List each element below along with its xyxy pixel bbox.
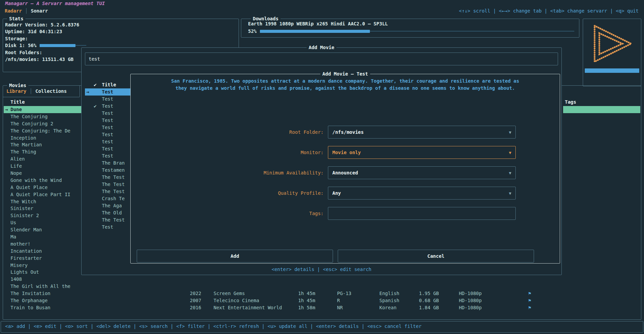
movie-language: Spanish (379, 297, 399, 304)
movie-year: 2022 (190, 290, 201, 297)
movie-row[interactable]: Alien (4, 155, 82, 163)
selection-arrow-icon (4, 120, 10, 127)
tab-library[interactable]: Library (6, 88, 26, 94)
monitor-dropdown[interactable]: Movie only ▼ (328, 146, 516, 159)
chevron-down-icon: ▼ (509, 187, 511, 200)
selection-arrow-icon (4, 198, 10, 205)
download-progress-row: 52% (248, 28, 574, 34)
tab-collections[interactable]: Collections (35, 88, 67, 94)
result-title: Test (102, 88, 113, 96)
movie-title: Inception (10, 134, 36, 142)
check-icon (94, 117, 102, 124)
selection-arrow-icon (4, 113, 10, 120)
movie-title: The Girl with All the (10, 283, 70, 290)
movie-row[interactable]: mother! (4, 241, 82, 248)
movie-row[interactable]: Slender Man (4, 226, 82, 233)
selected-row-tags-cell[interactable] (563, 106, 640, 113)
movie-row[interactable]: Lights Out (4, 269, 82, 276)
add-movie-modal: Add Movie – Test San Francisco, 1985. Tw… (130, 74, 560, 264)
movie-row[interactable]: The Thing (4, 148, 82, 155)
cancel-button[interactable]: Cancel (338, 250, 534, 263)
movie-row[interactable]: Life (4, 163, 82, 170)
tab-sonarr[interactable]: Sonarr (31, 8, 48, 14)
check-icon (94, 138, 102, 145)
radarr-logo-icon (590, 23, 635, 64)
movie-row[interactable]: Inception (4, 134, 82, 142)
movie-title: A Quiet Place Part II (10, 191, 70, 198)
result-title: Test (102, 124, 113, 131)
check-icon (94, 181, 102, 188)
monitored-flag-icon: ⚑ (528, 290, 531, 297)
movie-row[interactable]: Ma (4, 233, 82, 241)
tags-input[interactable] (328, 207, 516, 220)
movie-title: Incantation (10, 248, 42, 255)
movie-row[interactable]: A Quiet Place (4, 184, 82, 191)
add-button[interactable]: Add (137, 250, 333, 263)
tab-radarr[interactable]: Radarr (5, 8, 22, 14)
monitor-field: Monitor: Movie only ▼ (131, 146, 560, 159)
movie-row[interactable]: The Witch (4, 198, 82, 205)
check-icon (94, 202, 102, 209)
movie-row[interactable]: A Quiet Place Part II (4, 191, 82, 198)
check-icon: ✔ (94, 103, 102, 110)
tab-separator: │ (25, 8, 28, 14)
movie-year: 2007 (190, 297, 201, 304)
quality-profile-value: Any (332, 190, 341, 196)
selection-arrow-icon (4, 170, 10, 177)
movie-row[interactable]: Nope (4, 170, 82, 177)
selection-arrow-icon (4, 248, 10, 255)
movie-row[interactable]: The Conjuring (4, 113, 82, 120)
movie-title: The Thing (10, 148, 36, 155)
download-percent: 52% (248, 28, 257, 34)
selection-arrow-icon (85, 202, 94, 209)
movie-row[interactable]: Firestarter (4, 255, 82, 262)
selection-arrow-icon (4, 283, 10, 290)
movie-description-line: San Francisco, 1985. Two opposites attra… (137, 78, 553, 84)
result-title: Test (102, 96, 113, 103)
movie-size: 1.84 GB (419, 304, 439, 311)
movie-row[interactable]: Sinister 2 (4, 212, 82, 219)
monitored-flag-icon: ⚑ (528, 304, 531, 311)
movie-row[interactable]: Sinister (4, 205, 82, 212)
check-icon (94, 96, 102, 103)
movie-title: Life (10, 163, 22, 170)
movie-title: Firestarter (10, 255, 42, 262)
selection-arrow-icon (4, 191, 10, 198)
movie-title: The Conjuring 2 (10, 120, 53, 127)
selection-arrow-icon (85, 224, 94, 231)
movie-row[interactable]: Incantation (4, 248, 82, 255)
movie-row[interactable]: The Girl with All the (4, 283, 82, 290)
movie-row[interactable]: The Conjuring: The De (4, 127, 82, 134)
movie-search-input[interactable] (85, 53, 558, 65)
selection-arrow-icon (85, 131, 94, 138)
selection-arrow-icon (4, 184, 10, 191)
movie-detail-row[interactable]: 2016 Next Entertainment World 1h 58m NR … (3, 304, 640, 311)
movie-row[interactable]: Gone with the Wind (4, 177, 82, 184)
movie-runtime: 1h 45m (298, 297, 315, 304)
minimum-availability-dropdown[interactable]: Announced ▼ (328, 166, 516, 179)
movie-detail-row[interactable]: 2007 Telecinco Cinema 1h 45m R Spanish 0… (3, 297, 640, 304)
movie-title: Nope (10, 170, 22, 177)
movie-row[interactable]: Us (4, 219, 82, 226)
root-folder-dropdown[interactable]: /nfs/movies ▼ (328, 126, 516, 139)
movie-row[interactable]: The Conjuring 2 (4, 120, 82, 127)
movies-panel-title: Movies (7, 82, 28, 89)
movie-row[interactable]: 1408 (4, 276, 82, 283)
movie-studio: Screen Gems (214, 290, 245, 297)
selection-arrow-icon (4, 205, 10, 212)
movie-row[interactable]: Misery (4, 262, 82, 269)
highlight-bar (585, 68, 639, 73)
movie-rating: NR (337, 304, 343, 311)
selection-arrow-icon (85, 152, 94, 160)
movie-detail-row[interactable]: 2022 Screen Gems 1h 45m PG-13 English 1.… (3, 290, 640, 297)
movie-title: 1408 (10, 276, 22, 283)
quality-profile-dropdown[interactable]: Any ▼ (328, 187, 516, 200)
selection-arrow-icon (85, 103, 94, 110)
movie-row[interactable]: The Martian (4, 141, 82, 148)
column-header-tags: Tags (565, 99, 576, 105)
result-title: test (102, 138, 113, 145)
movie-title: mother! (10, 241, 30, 248)
selection-arrow-icon (85, 167, 94, 174)
movie-row[interactable]: → Dune (4, 106, 82, 113)
selection-arrow-icon (4, 219, 10, 226)
